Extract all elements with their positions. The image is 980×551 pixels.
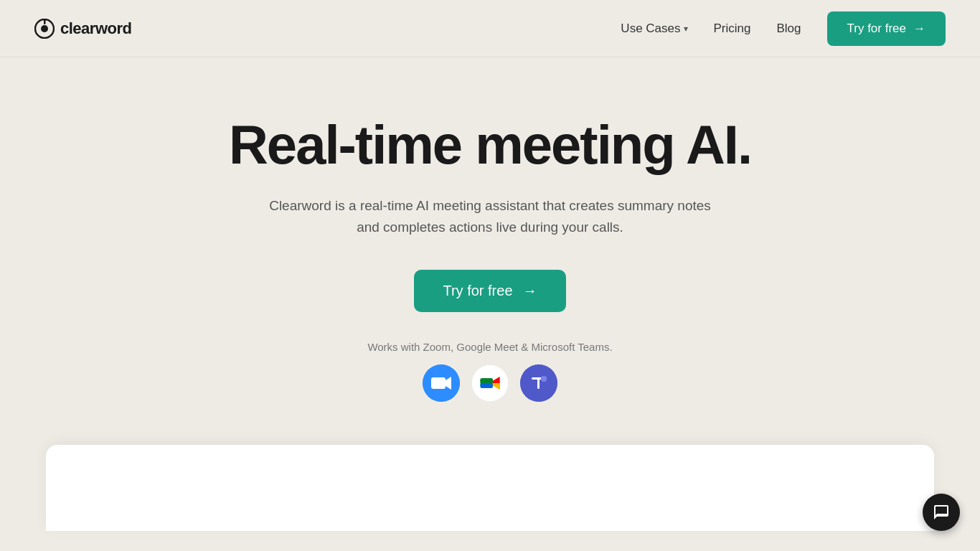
demo-area — [46, 445, 934, 531]
svg-rect-10 — [481, 379, 493, 384]
works-with-text: Works with Zoom, Google Meet & Microsoft… — [367, 341, 612, 353]
logo[interactable]: clearword — [34, 19, 131, 39]
svg-rect-16 — [537, 377, 540, 389]
use-cases-nav-link[interactable]: Use Cases ▾ — [621, 22, 687, 36]
teams-integration-icon — [520, 364, 557, 402]
nav-links: Use Cases ▾ Pricing Blog Try for free → — [621, 11, 946, 46]
hero-subtitle: Clearword is a real-time AI meeting assi… — [268, 195, 712, 239]
nav-try-for-free-button[interactable]: Try for free → — [827, 11, 946, 46]
hero-section: Real-time meeting AI. Clearword is a rea… — [0, 57, 980, 445]
blog-nav-link[interactable]: Blog — [776, 22, 801, 36]
logo-text: clearword — [60, 19, 131, 38]
chevron-down-icon: ▾ — [684, 24, 688, 34]
arrow-icon: → — [523, 283, 537, 299]
svg-rect-2 — [44, 19, 46, 24]
chat-icon — [933, 504, 950, 521]
svg-rect-4 — [431, 377, 446, 389]
svg-point-18 — [541, 376, 547, 382]
hero-title: Real-time meeting AI. — [229, 115, 751, 175]
clearword-logo-icon — [34, 19, 55, 39]
navbar: clearword Use Cases ▾ Pricing Blog Try f… — [0, 0, 980, 57]
arrow-icon: → — [913, 22, 925, 36]
meet-integration-icon — [471, 364, 509, 402]
svg-rect-11 — [481, 383, 493, 388]
chat-button[interactable] — [923, 494, 960, 531]
pricing-nav-link[interactable]: Pricing — [714, 22, 751, 36]
zoom-integration-icon — [423, 364, 460, 402]
svg-point-1 — [41, 25, 48, 32]
hero-try-for-free-button[interactable]: Try for free → — [414, 270, 565, 312]
integrations-list — [423, 364, 557, 402]
